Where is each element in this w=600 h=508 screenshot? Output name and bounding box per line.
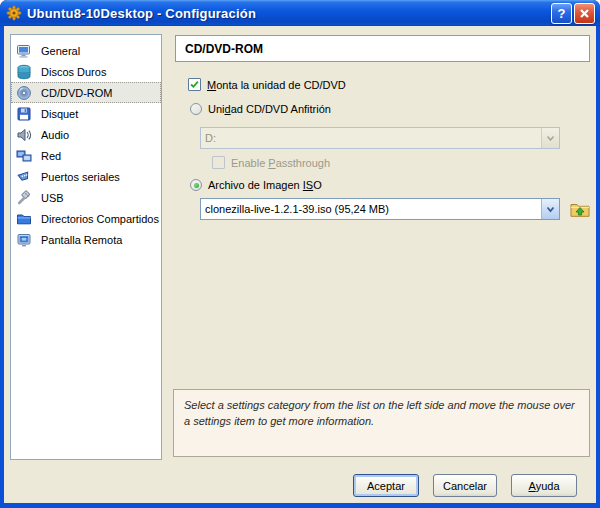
page-title: CD/DVD-ROM [175, 35, 590, 62]
cancel-button[interactable]: Cancelar [433, 474, 497, 497]
context-help-panel: Select a settings category from the list… [173, 389, 590, 457]
sidebar-item-label: CD/DVD-ROM [41, 87, 113, 99]
shared-folders-icon [16, 211, 32, 227]
iso-image-value: clonezilla-live-1.2.1-39.iso (95,24 MB) [201, 203, 541, 215]
sidebar-item-cd-dvd-rom[interactable]: CD/DVD-ROM [11, 82, 161, 103]
host-drive-combobox: D: [200, 127, 560, 149]
folder-open-icon [570, 201, 590, 218]
host-drive-label: Unidad CD/DVD Anfitrión [208, 103, 331, 115]
sidebar-item-label: Red [41, 150, 61, 162]
context-help-text: Select a settings category from the list… [184, 399, 575, 427]
dialog-body: General Discos Duros CD/DVD-ROM Disquet [0, 26, 600, 508]
sidebar-item-discos-duros[interactable]: Discos Duros [11, 61, 161, 82]
titlebar: Ubuntu8-10Desktop - Configuración ? [0, 0, 600, 26]
iso-image-combobox[interactable]: clonezilla-live-1.2.1-39.iso (95,24 MB) [200, 198, 560, 220]
cd-dvd-icon [16, 85, 32, 101]
host-drive-value: D: [201, 132, 541, 144]
sidebar-item-label: Pantalla Remota [41, 234, 122, 246]
close-icon [579, 8, 590, 19]
mount-cd-dvd-label: Monta la unidad de CD/DVD [207, 79, 346, 91]
sidebar-item-pantalla-remota[interactable]: Pantalla Remota [11, 229, 161, 250]
dropdown-button[interactable] [541, 199, 559, 219]
settings-category-list: General Discos Duros CD/DVD-ROM Disquet [10, 34, 162, 460]
window-title: Ubuntu8-10Desktop - Configuración [27, 6, 549, 21]
sidebar-item-disquet[interactable]: Disquet [11, 103, 161, 124]
host-drive-radio[interactable]: Unidad CD/DVD Anfitrión [190, 103, 331, 115]
passthrough-label: Enable Passthrough [231, 157, 330, 169]
serial-ports-icon [16, 169, 32, 185]
close-button[interactable] [574, 3, 595, 24]
radio-selected-icon [190, 179, 202, 191]
sidebar-item-label: Audio [41, 129, 69, 141]
remote-display-icon [16, 232, 32, 248]
dropdown-disabled-button [541, 128, 559, 148]
sidebar-item-red[interactable]: Red [11, 145, 161, 166]
sidebar-item-label: USB [41, 192, 64, 204]
help-button-label: Ayuda [529, 480, 560, 492]
passthrough-checkbox: Enable Passthrough [212, 156, 330, 169]
general-icon [16, 43, 32, 59]
checkbox-checked-icon [188, 78, 201, 91]
sidebar-item-directorios-compartidos[interactable]: Directorios Compartidos [11, 208, 161, 229]
sidebar-item-label: General [41, 45, 80, 57]
sidebar-item-label: Disquet [41, 108, 78, 120]
help-button[interactable]: Ayuda [511, 474, 577, 497]
app-gear-icon [6, 5, 22, 21]
accept-button[interactable]: Aceptar [353, 474, 419, 497]
floppy-icon [16, 106, 32, 122]
sidebar-item-puertos-seriales[interactable]: Puertos seriales [11, 166, 161, 187]
chevron-down-icon [546, 135, 555, 142]
sidebar-item-label: Discos Duros [41, 66, 106, 78]
hard-disks-icon [16, 64, 32, 80]
radio-unselected-icon [190, 103, 202, 115]
usb-icon [16, 190, 32, 206]
iso-image-label: Archivo de Imagen ISO [208, 179, 322, 191]
chevron-down-icon [546, 206, 555, 213]
audio-icon [16, 127, 32, 143]
sidebar-item-label: Directorios Compartidos [41, 213, 159, 225]
mount-cd-dvd-checkbox[interactable]: Monta la unidad de CD/DVD [188, 78, 346, 91]
help-titlebar-button[interactable]: ? [551, 3, 572, 24]
sidebar-item-usb[interactable]: USB [11, 187, 161, 208]
sidebar-item-audio[interactable]: Audio [11, 124, 161, 145]
settings-dialog: Ubuntu8-10Desktop - Configuración ? Gene… [0, 0, 600, 508]
question-icon: ? [558, 6, 566, 21]
iso-image-radio[interactable]: Archivo de Imagen ISO [190, 179, 322, 191]
checkbox-unchecked-icon [212, 156, 225, 169]
sidebar-item-label: Puertos seriales [41, 171, 120, 183]
network-icon [16, 148, 32, 164]
select-iso-file-button[interactable] [568, 198, 592, 220]
sidebar-item-general[interactable]: General [11, 40, 161, 61]
